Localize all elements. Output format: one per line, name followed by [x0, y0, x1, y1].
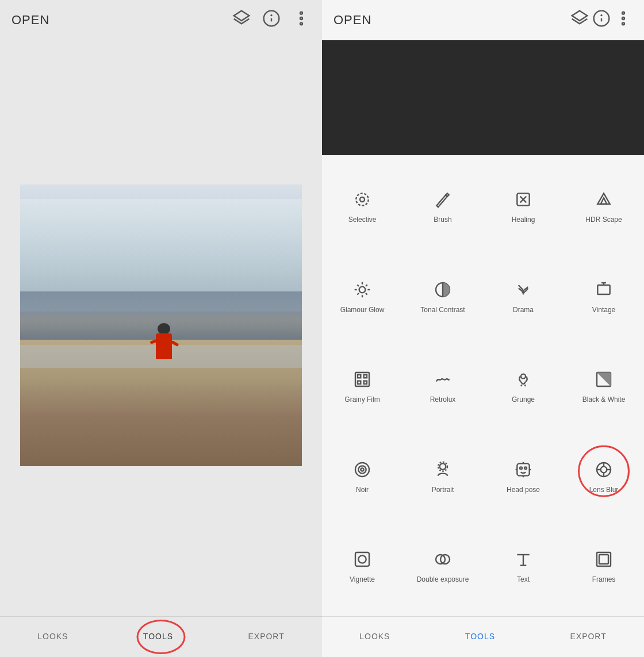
left-top-bar: OPEN: [0, 0, 322, 40]
glamour-glow-label: Glamour Glow: [340, 306, 385, 315]
tool-lens-blur[interactable]: Lens Blur: [564, 431, 644, 520]
right-nav-export[interactable]: EXPORT: [558, 627, 618, 646]
tool-black-white[interactable]: Black & White: [564, 341, 644, 431]
svg-rect-32: [597, 285, 610, 294]
vintage-icon: [591, 277, 616, 302]
tool-tonal-contrast[interactable]: Tonal Contrast: [402, 251, 483, 340]
svg-line-41: [521, 385, 522, 387]
right-nav-tools[interactable]: TOOLS: [454, 627, 507, 646]
right-bottom-nav: LOOKS TOOLS EXPORT: [322, 616, 644, 657]
left-image-area: [0, 40, 322, 616]
svg-point-21: [359, 286, 366, 293]
grainy-film-label: Grainy Film: [344, 395, 379, 405]
svg-point-50: [520, 467, 522, 469]
healing-label: Healing: [512, 216, 535, 225]
svg-point-11: [622, 12, 624, 14]
figure: [152, 319, 175, 359]
double-exposure-label: Double exposure: [417, 575, 469, 585]
portrait-icon: [430, 457, 455, 482]
svg-marker-7: [572, 11, 587, 21]
tool-brush[interactable]: Brush: [402, 161, 483, 251]
left-nav-export[interactable]: EXPORT: [236, 627, 296, 646]
right-layers-icon[interactable]: [570, 16, 592, 30]
svg-marker-20: [601, 198, 607, 205]
vignette-label: Vignette: [350, 575, 375, 585]
clouds: [20, 199, 302, 283]
tool-text[interactable]: Text: [483, 521, 564, 610]
left-panel: OPEN: [0, 0, 322, 657]
grunge-icon: [511, 367, 536, 392]
right-nav-looks[interactable]: LOOKS: [348, 627, 401, 646]
svg-rect-49: [517, 463, 529, 475]
tool-grainy-film[interactable]: Grainy Film: [322, 341, 402, 431]
svg-point-5: [300, 17, 302, 20]
figure-head: [158, 323, 170, 335]
black-white-icon: [591, 367, 616, 392]
tool-head-pose[interactable]: Head pose: [483, 431, 564, 520]
retrolux-icon: [430, 367, 455, 392]
svg-point-12: [622, 17, 624, 20]
svg-point-47: [440, 463, 446, 470]
frames-label: Frames: [592, 575, 616, 585]
healing-icon: [511, 187, 536, 212]
tonal-contrast-label: Tonal Contrast: [420, 306, 465, 315]
lens-blur-icon: [591, 457, 616, 482]
tool-glamour-glow[interactable]: Glamour Glow: [322, 251, 402, 340]
tool-healing[interactable]: Healing: [483, 161, 564, 251]
tool-retrolux[interactable]: Retrolux: [402, 341, 483, 431]
left-nav-looks[interactable]: LOOKS: [26, 627, 79, 646]
more-icon[interactable]: [292, 9, 310, 31]
head-pose-icon: [511, 457, 536, 482]
svg-rect-38: [358, 381, 361, 384]
tool-hdr-scape[interactable]: HDR Scape: [564, 161, 644, 251]
svg-point-44: [355, 463, 369, 477]
tool-frames[interactable]: Frames: [564, 521, 644, 610]
retrolux-label: Retrolux: [430, 395, 456, 405]
head-pose-label: Head pose: [507, 486, 540, 495]
black-white-label: Black & White: [582, 395, 626, 405]
right-image-area: [322, 40, 644, 155]
tool-drama[interactable]: Drama: [483, 251, 564, 340]
drama-icon: [511, 277, 536, 302]
left-open-label[interactable]: OPEN: [12, 13, 232, 28]
layers-icon[interactable]: [232, 9, 251, 31]
figure-body: [156, 333, 172, 359]
right-open-label[interactable]: OPEN: [334, 13, 570, 28]
svg-point-6: [300, 22, 302, 25]
tool-grunge[interactable]: Grunge: [483, 341, 564, 431]
tool-selective[interactable]: Selective: [322, 161, 402, 251]
text-label: Text: [517, 575, 530, 585]
svg-rect-39: [364, 381, 367, 384]
left-nav-tools[interactable]: TOOLS: [132, 627, 185, 646]
svg-rect-36: [358, 375, 361, 378]
svg-point-4: [300, 12, 302, 14]
lens-blur-label: Lens Blur: [589, 486, 619, 495]
vintage-label: Vintage: [592, 306, 615, 315]
noir-label: Noir: [356, 486, 369, 495]
vignette-icon: [350, 547, 375, 572]
brush-icon: [430, 187, 455, 212]
svg-point-13: [622, 22, 624, 25]
svg-point-14: [360, 197, 365, 202]
drama-label: Drama: [513, 306, 534, 315]
svg-point-51: [524, 467, 527, 469]
tool-double-exposure[interactable]: Double exposure: [402, 521, 483, 610]
hdr-scape-label: HDR Scape: [585, 216, 622, 225]
right-info-icon[interactable]: [592, 16, 614, 30]
svg-line-42: [525, 385, 526, 387]
right-top-bar: OPEN: [322, 0, 644, 40]
right-more-icon[interactable]: [614, 16, 632, 30]
tools-grid: Selective Brush Healing: [322, 155, 644, 616]
tool-vignette[interactable]: Vignette: [322, 521, 402, 610]
selective-label: Selective: [348, 216, 377, 225]
tool-vintage[interactable]: Vintage: [564, 251, 644, 340]
double-exposure-icon: [430, 547, 455, 572]
tonal-contrast-icon: [430, 277, 455, 302]
svg-rect-37: [364, 375, 367, 378]
tool-portrait[interactable]: Portrait: [402, 431, 483, 520]
tool-noir[interactable]: Noir: [322, 431, 402, 520]
svg-rect-70: [599, 555, 608, 564]
info-icon[interactable]: [262, 9, 281, 31]
selective-icon: [350, 187, 375, 212]
left-header-icons: [232, 9, 310, 31]
